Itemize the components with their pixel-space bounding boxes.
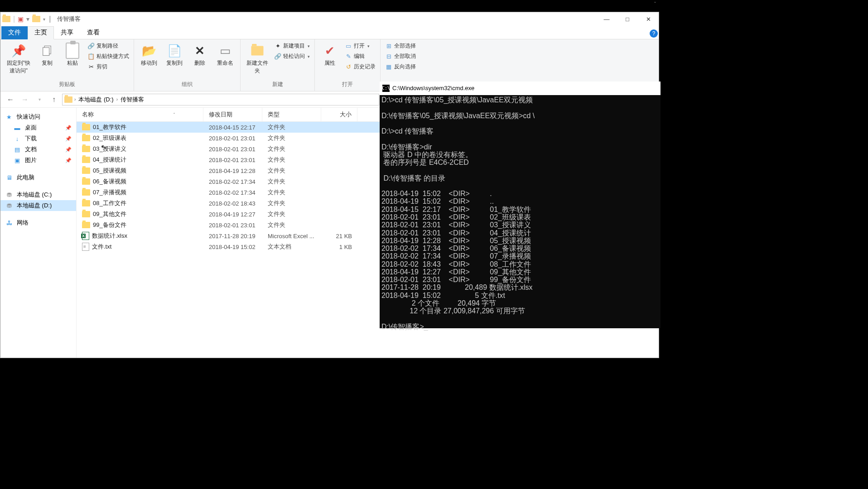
file-type: 文件夹 — [262, 198, 321, 208]
ribbon-collapse-icon[interactable]: ˇ — [654, 1, 656, 8]
file-date: 2018-04-19 12:28 — [203, 167, 262, 175]
nav-up-button[interactable]: ↑ — [48, 93, 60, 106]
file-name: 08_工作文件 — [93, 199, 126, 207]
qa-sep: | — [13, 15, 15, 23]
file-date: 2018-02-01 23:01 — [203, 134, 262, 143]
cut-button[interactable]: ✂剪切 — [87, 62, 130, 72]
qa-open-icon[interactable]: ▾ — [26, 15, 29, 23]
delete-button[interactable]: ✕删除 — [188, 41, 211, 68]
qa-properties-icon[interactable]: ▣ — [18, 15, 24, 23]
file-size — [321, 159, 357, 161]
sidebar-pictures[interactable]: ▣图片📌 — [0, 155, 76, 166]
sidebar: ★快速访问 ▬桌面📌 ↓下载📌 ▤文档📌 ▣图片📌 🖥此电脑 ⛃本地磁盘 (C:… — [0, 108, 77, 358]
star-icon: ★ — [5, 114, 13, 120]
file-size — [321, 170, 357, 172]
folder-icon — [82, 124, 90, 130]
breadcrumb-icon — [64, 96, 72, 103]
sidebar-documents[interactable]: ▤文档📌 — [0, 144, 76, 155]
breadcrumb[interactable]: › 本地磁盘 (D:) › 传智播客 — [62, 94, 379, 105]
file-type: 文件夹 — [262, 166, 321, 176]
file-size — [321, 224, 357, 226]
tab-home[interactable]: 主页 — [28, 26, 54, 39]
network-icon: 🖧 — [5, 220, 13, 226]
tab-view[interactable]: 查看 — [80, 26, 106, 39]
copy-path-button[interactable]: 🔗复制路径 — [87, 41, 130, 51]
invert-button[interactable]: ▦反向选择 — [384, 62, 417, 72]
nav-forward-button[interactable]: → — [19, 93, 31, 106]
cmd-output[interactable]: D:\>cd 传智播客\05_授课视频\JavaEE双元视频 D:\传智播客\0… — [380, 95, 661, 331]
folder-icon — [82, 211, 90, 217]
pin-icon: 📌 — [65, 147, 72, 153]
sidebar-downloads[interactable]: ↓下载📌 — [0, 133, 76, 144]
close-button[interactable]: ✕ — [638, 12, 659, 26]
easyaccess-button[interactable]: 🔗轻松访问▾ — [273, 52, 311, 61]
downloads-icon: ↓ — [13, 135, 21, 142]
pin-quickaccess-button[interactable]: 📌 固定到"快速访问" — [4, 41, 33, 76]
invert-icon: ▦ — [385, 63, 392, 71]
tab-share[interactable]: 共享 — [54, 26, 80, 39]
tab-file[interactable]: 文件 — [1, 26, 28, 39]
file-size — [321, 137, 357, 139]
rename-button[interactable]: ▭重命名 — [214, 41, 236, 68]
history-icon: ↺ — [345, 63, 352, 71]
history-button[interactable]: ↺历史记录 — [344, 62, 376, 72]
sidebar-desktop[interactable]: ▬桌面📌 — [0, 122, 76, 133]
cmd-window: C:\ C:\Windows\system32\cmd.exe D:\>cd 传… — [380, 82, 661, 328]
help-icon[interactable]: ? — [650, 29, 658, 38]
sidebar-quickaccess[interactable]: ★快速访问 — [0, 111, 76, 122]
nav-recent-button[interactable]: ▾ — [33, 93, 46, 106]
file-date: 2018-02-02 18:43 — [203, 199, 262, 208]
folder-icon — [82, 200, 90, 206]
nav-back-button[interactable]: ← — [4, 93, 17, 106]
qa-dropdown-icon[interactable]: ▾ — [43, 17, 45, 22]
pin-icon: 📌 — [65, 125, 72, 131]
newfolder-button[interactable]: 新建文件夹 — [244, 41, 270, 76]
cmd-titlebar[interactable]: C:\ C:\Windows\system32\cmd.exe — [380, 82, 661, 95]
file-type: 文件夹 — [262, 122, 321, 132]
selectnone-button[interactable]: ⊟全部取消 — [384, 52, 417, 61]
drive-icon: ⛃ — [5, 192, 13, 198]
sidebar-drive-c[interactable]: ⛃本地磁盘 (C:) — [0, 189, 76, 200]
documents-icon: ▤ — [13, 146, 21, 153]
col-size[interactable]: 大小 — [321, 108, 357, 121]
file-size — [321, 181, 357, 182]
ribbon-tabs: 文件 主页 共享 查看 ˇ — [0, 26, 659, 39]
file-name: 文件.txt — [92, 243, 111, 251]
selectall-button[interactable]: ⊞全部选择 — [384, 41, 417, 51]
file-size — [321, 126, 357, 128]
col-date[interactable]: 修改日期 — [203, 108, 262, 121]
properties-button[interactable]: ✔属性 — [318, 41, 341, 68]
sidebar-drive-d[interactable]: ⛃本地磁盘 (D:) — [0, 200, 76, 211]
ribbon-group-clipboard: 📌 固定到"快速访问" 复制 粘贴 🔗复制路径 📋粘贴快捷方式 ✂剪切 剪贴板 — [0, 39, 134, 91]
maximize-button[interactable]: □ — [617, 12, 638, 26]
edit-button[interactable]: ✎编辑 — [344, 52, 376, 61]
moveto-icon: 📂 — [142, 43, 156, 58]
cmd-icon: C:\ — [382, 85, 390, 92]
ribbon-group-new: 新建文件夹 ✦新建项目▾ 🔗轻松访问▾ 新建 — [241, 39, 315, 91]
copyto-button[interactable]: 📄复制到 — [163, 41, 186, 68]
sidebar-thispc[interactable]: 🖥此电脑 — [0, 172, 76, 183]
file-date: 2018-04-19 12:27 — [203, 210, 262, 219]
minimize-button[interactable]: — — [596, 12, 617, 26]
file-size — [321, 202, 357, 204]
moveto-button[interactable]: 📂移动到 — [138, 41, 160, 68]
crumb-folder[interactable]: 传智播客 — [120, 95, 145, 105]
file-name: 01_教学软件 — [93, 123, 126, 131]
col-type[interactable]: 类型 — [262, 108, 321, 121]
delete-icon: ✕ — [195, 43, 205, 58]
open-button[interactable]: ▭打开▾ — [344, 41, 376, 51]
open-icon: ▭ — [345, 43, 352, 50]
paste-button[interactable]: 粘贴 — [61, 41, 84, 68]
paste-shortcut-button[interactable]: 📋粘贴快捷方式 — [87, 52, 130, 61]
pc-icon: 🖥 — [5, 174, 13, 181]
properties-icon: ✔ — [325, 43, 335, 58]
col-name[interactable]: 名称ˆ — [77, 108, 203, 121]
newitem-icon: ✦ — [274, 43, 281, 50]
qa-folder-icon[interactable] — [32, 16, 40, 22]
crumb-drive[interactable]: 本地磁盘 (D:) — [77, 95, 114, 105]
file-name: 09_其他文件 — [93, 210, 126, 218]
newitem-button[interactable]: ✦新建项目▾ — [273, 41, 311, 51]
copy-button[interactable]: 复制 — [36, 41, 58, 68]
file-date: 2018-02-02 17:34 — [203, 188, 262, 197]
sidebar-network[interactable]: 🖧网络 — [0, 217, 76, 228]
